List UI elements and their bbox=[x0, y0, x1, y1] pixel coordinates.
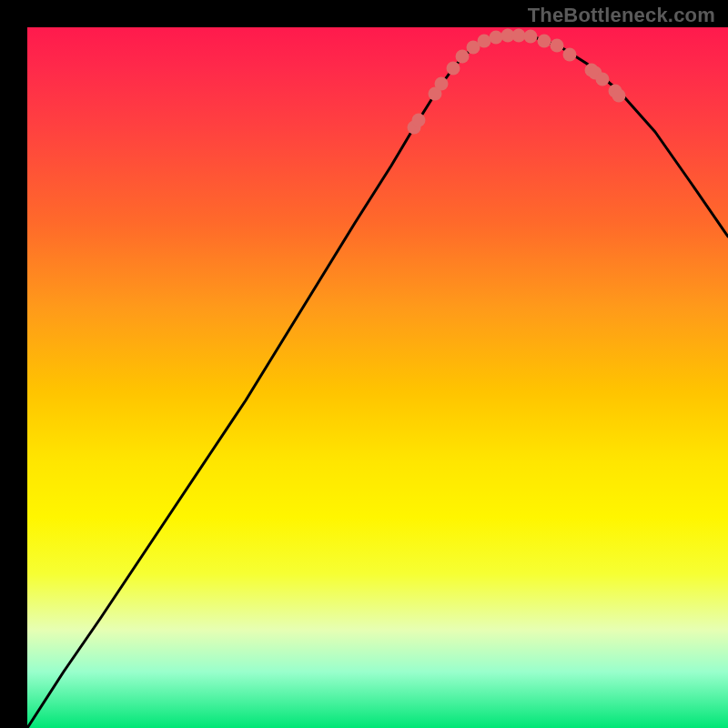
curve-line bbox=[27, 35, 728, 728]
watermark-text: TheBottleneck.com bbox=[528, 4, 715, 27]
data-marker bbox=[435, 77, 449, 91]
data-marker bbox=[524, 30, 538, 44]
data-marker bbox=[563, 48, 577, 62]
data-marker bbox=[447, 62, 460, 76]
chart-svg bbox=[27, 27, 728, 728]
data-marker bbox=[478, 35, 491, 48]
data-marker bbox=[612, 89, 626, 103]
data-marker bbox=[456, 50, 470, 64]
data-marker bbox=[538, 35, 551, 48]
chart-frame bbox=[14, 14, 714, 714]
marker-group bbox=[408, 29, 626, 135]
chart-plot bbox=[27, 27, 728, 728]
data-marker bbox=[551, 39, 564, 53]
bottleneck-curve bbox=[27, 35, 728, 728]
data-marker bbox=[512, 29, 526, 43]
data-marker bbox=[412, 114, 426, 127]
data-marker bbox=[596, 73, 610, 86]
data-marker bbox=[490, 31, 503, 45]
